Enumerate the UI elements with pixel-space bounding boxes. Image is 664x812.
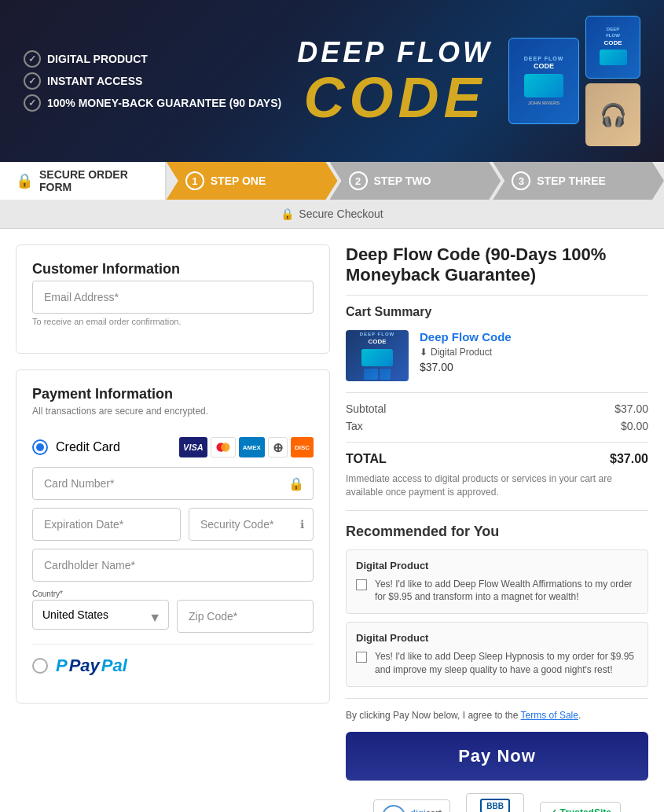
card-number-group: 🔒: [32, 467, 314, 500]
tax-value: $0.00: [621, 420, 648, 432]
paypal-logo: P Pay Pal: [56, 656, 127, 676]
upsell-text-2: Yes! I'd like to add Deep Sleep Hypnosis…: [375, 650, 638, 677]
lock-field-icon: 🔒: [288, 476, 304, 491]
mastercard-logo: [211, 437, 236, 457]
trust-badges: ◑ digicert secured BBB ACCREDITED BUSINE…: [346, 793, 648, 812]
card-number-input[interactable]: [32, 467, 314, 500]
feature-instant: ✓ INSTANT ACCESS: [24, 72, 281, 90]
check-icon: ✓: [24, 50, 41, 68]
country-group: Country* United States Canada United Kin…: [32, 590, 169, 633]
trustedsite-logo: ✓ TrustedSite: [549, 807, 611, 812]
upsell-label-2: Digital Product: [356, 632, 638, 644]
step-three-number: 3: [512, 171, 530, 190]
discover-logo: DISC: [291, 437, 314, 457]
secure-form-label: 🔒 SECURE ORDER FORM: [0, 162, 167, 200]
zip-code-input[interactable]: [177, 600, 314, 633]
step-two: 2 STEP TWO: [330, 162, 501, 200]
step-bar: 🔒 SECURE ORDER FORM 1 STEP ONE 2 STEP TW…: [0, 162, 664, 200]
upsell-check-row-1: Yes! I'd like to add Deep Flow Wealth Af…: [356, 578, 638, 604]
hero-title: DEEP FLOW CODE: [281, 36, 508, 126]
amex-logo: AMEX: [239, 437, 265, 457]
product-title: Deep Flow Code (90-Days 100% Moneyback G…: [346, 244, 648, 285]
secure-checkout-bar: 🔒 Secure Checkout: [0, 200, 664, 229]
payment-subtitle: All transactions are secure and encrypte…: [32, 406, 314, 417]
card-logos: VISA AMEX ⊕ DISC: [179, 437, 314, 457]
left-column: Customer Information To receive an email…: [16, 244, 330, 812]
headphone-image: 🎧: [585, 83, 640, 146]
cardholder-name-input[interactable]: [32, 549, 314, 582]
cart-item-name: Deep Flow Code: [420, 330, 648, 344]
email-group: To receive an email order confirmation.: [32, 281, 314, 326]
upsell-label-1: Digital Product: [356, 560, 638, 571]
product-box-main: DEEP FLOW CODE JOHN RIVERS: [508, 38, 579, 124]
country-zip-row: Country* United States Canada United Kin…: [32, 590, 314, 633]
digicert-label: digicert: [410, 808, 442, 812]
recommended-title: Recommended for You: [346, 524, 648, 540]
credit-card-radio[interactable]: [32, 439, 48, 455]
security-code-group: ℹ: [189, 508, 314, 541]
bbb-badge: BBB ACCREDITED BUSINESS Click for Profil…: [466, 793, 524, 812]
product-box-secondary: DEEP FLOW CODE: [585, 16, 640, 79]
step-three: 3 STEP THREE: [493, 162, 664, 200]
main-content: Customer Information To receive an email…: [0, 229, 664, 812]
expiration-input[interactable]: [32, 508, 181, 541]
right-column: Deep Flow Code (90-Days 100% Moneyback G…: [346, 244, 648, 812]
payment-section: Payment Information All transactions are…: [16, 369, 330, 704]
divider-4: [346, 510, 648, 511]
step-two-number: 2: [349, 171, 368, 190]
divider-2: [346, 392, 648, 393]
credit-card-fields: 🔒 ℹ Country* United States Cana: [32, 467, 314, 644]
visa-logo: VISA: [179, 437, 207, 457]
email-field[interactable]: [32, 281, 314, 314]
divider-3: [346, 442, 648, 443]
check-icon: ✓: [24, 72, 41, 90]
lock-icon: 🔒: [16, 172, 33, 189]
bbb-logo: BBB: [480, 799, 510, 812]
subtotal-value: $37.00: [614, 402, 648, 415]
upsell-text-1: Yes! I'd like to add Deep Flow Wealth Af…: [375, 578, 638, 604]
upsell-check-row-2: Yes! I'd like to add Deep Sleep Hypnosis…: [356, 650, 638, 677]
paypal-option[interactable]: P Pay Pal: [32, 644, 314, 687]
cart-item-info: Deep Flow Code ⬇ Digital Product $37.00: [420, 330, 648, 373]
security-code-input[interactable]: [189, 508, 314, 541]
upsell-checkbox-2[interactable]: [356, 652, 367, 663]
digicert-badge: ◑ digicert secured: [373, 799, 450, 812]
expiry-security-row: ℹ: [32, 508, 314, 541]
upsell-checkbox-1[interactable]: [356, 579, 367, 590]
subtotal-label: Subtotal: [346, 402, 386, 415]
download-icon: ⬇: [420, 347, 427, 358]
divider-5: [346, 698, 648, 699]
svg-point-1: [221, 443, 229, 451]
cart-item-price: $37.00: [420, 361, 648, 373]
payment-title: Payment Information: [32, 386, 314, 402]
step-one: 1 STEP ONE: [167, 162, 338, 200]
info-icon: ℹ: [300, 518, 304, 531]
recommended-section: Recommended for You Digital Product Yes!…: [346, 524, 648, 687]
customer-title: Customer Information: [32, 261, 314, 277]
digicert-icon: ◑: [382, 805, 405, 812]
total-row: TOTAL $37.00: [346, 452, 648, 466]
instant-note: Immediate access to digital products or …: [346, 472, 648, 499]
trustedsite-badge: ✓ TrustedSite SECURE CHECKOUT: [540, 802, 620, 812]
check-icon: ✓: [24, 94, 41, 112]
country-select[interactable]: United States Canada United Kingdom Aust…: [32, 600, 169, 630]
upsell-item-1: Digital Product Yes! I'd like to add Dee…: [346, 549, 648, 615]
hero-features: ✓ DIGITAL PRODUCT ✓ INSTANT ACCESS ✓ 100…: [24, 50, 281, 112]
email-hint: To receive an email order confirmation.: [32, 317, 314, 326]
zip-group: [177, 590, 314, 633]
credit-card-label: Credit Card: [56, 440, 120, 454]
total-value: $37.00: [610, 452, 648, 466]
step-one-number: 1: [185, 171, 204, 190]
cart-item-type: ⬇ Digital Product: [420, 347, 648, 358]
total-label: TOTAL: [346, 452, 387, 466]
subtotal-row: Subtotal $37.00: [346, 402, 648, 415]
paypal-radio[interactable]: [32, 658, 48, 674]
pay-now-button[interactable]: Pay Now: [346, 732, 648, 781]
credit-card-option[interactable]: Credit Card VISA AMEX ⊕ DISC: [32, 428, 314, 467]
customer-section: Customer Information To receive an email…: [16, 244, 330, 354]
feature-digital: ✓ DIGITAL PRODUCT: [24, 50, 281, 68]
diners-logo: ⊕: [268, 437, 288, 457]
feature-guarantee: ✓ 100% MONEY-BACK GUARANTEE (90 DAYS): [24, 94, 281, 112]
tax-label: Tax: [346, 420, 363, 432]
terms-of-sale-link[interactable]: Terms of Sale: [521, 710, 578, 721]
